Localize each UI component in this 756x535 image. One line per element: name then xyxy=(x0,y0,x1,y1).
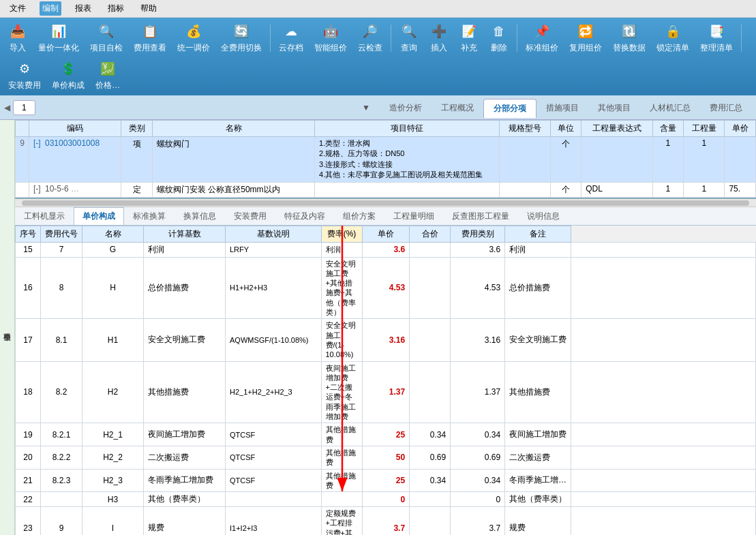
toolbar-lock-list[interactable]: 🔒 锁定清单 xyxy=(652,20,693,55)
sub-cell-total[interactable]: 0.69 xyxy=(451,446,505,469)
sub-cell-rate[interactable]: 1.37 xyxy=(362,361,410,423)
sub-cell-unit-price[interactable]: 0.34 xyxy=(410,423,451,446)
sub-cell-base[interactable]: I1+I2+I3 xyxy=(226,507,322,535)
row-name-sub[interactable]: 螺纹阀门安装 公称直径50mm以内 xyxy=(152,182,314,197)
btab-labor-machine[interactable]: 工料机显示 xyxy=(15,207,74,225)
sub-cell-type[interactable]: 安全文明施工费 xyxy=(505,319,571,361)
dropdown-arrow[interactable]: ▼ xyxy=(362,103,370,112)
sub-cell-base[interactable]: H1+H2+H3 xyxy=(226,257,322,319)
toolbar-supplement[interactable]: 📝 补充 xyxy=(455,20,483,55)
toolbar-insert[interactable]: ➕ 插入 xyxy=(425,20,453,55)
btab-qty-detail[interactable]: 工程量明细 xyxy=(384,207,443,225)
toolbar-cloud-check[interactable]: 🔎 云检查 xyxy=(354,20,387,55)
sub-cell-note[interactable] xyxy=(571,319,756,361)
toolbar-qty-price[interactable]: 📊 量价一体化 xyxy=(34,20,83,55)
sub-cell-base-desc[interactable]: 利润 xyxy=(321,242,362,257)
btab-description[interactable]: 说明信息 xyxy=(518,207,569,225)
sub-cell-unit-price[interactable] xyxy=(410,507,451,535)
menu-help[interactable]: 帮助 xyxy=(138,1,160,16)
sub-cell-rate[interactable]: 25 xyxy=(362,423,410,446)
row-features-9[interactable]: 1.类型：泄水阀 2.规格、压力等级：DN50 3.连接形式：螺纹连接 4.其他… xyxy=(315,137,500,183)
sub-cell-base-desc[interactable]: 夜间施工增加费+二次搬运费+冬雨季施工增加费 xyxy=(321,361,362,423)
tab-other-items[interactable]: 其他项目 xyxy=(588,99,640,118)
sub-cell-unit-price[interactable] xyxy=(410,361,451,423)
sub-cell-total[interactable]: 0.34 xyxy=(451,469,505,492)
btab-unit-price[interactable]: 单价构成 xyxy=(74,207,124,225)
sub-cell-type[interactable]: 总价措施费 xyxy=(505,257,571,319)
expand-9[interactable]: [-] xyxy=(33,138,41,148)
sub-cell-type[interactable]: 利润 xyxy=(505,242,571,257)
sub-cell-unit-price[interactable] xyxy=(410,319,451,361)
toolbar-query[interactable]: 🔍 查询 xyxy=(395,20,423,55)
sub-cell-type[interactable]: 冬雨季施工增… xyxy=(505,469,571,492)
sub-cell-total[interactable]: 1.37 xyxy=(451,361,505,423)
sub-cell-type[interactable]: 规费 xyxy=(505,507,571,535)
expand-arrow[interactable]: ◀ xyxy=(4,103,10,112)
sub-cell-rate[interactable]: 4.53 xyxy=(362,257,410,319)
sub-cell-base-desc[interactable]: 其他措施费 xyxy=(321,446,362,469)
tab-project-overview[interactable]: 工程概况 xyxy=(432,99,483,118)
btab-calc-info[interactable]: 换算信息 xyxy=(175,207,225,225)
toolbar-smart-price[interactable]: 🤖 智能组价 xyxy=(310,20,351,55)
sub-cell-type[interactable]: 夜间施工增加费 xyxy=(505,423,571,446)
sub-cell-unit-price[interactable] xyxy=(410,242,451,257)
toolbar-price-adjust[interactable]: 💰 统一调价 xyxy=(173,20,214,55)
toolbar-replace-data[interactable]: 🔃 替换数据 xyxy=(609,20,650,55)
btab-features[interactable]: 特征及内容 xyxy=(275,207,334,225)
toolbar-import[interactable]: 📥 导入 xyxy=(4,20,31,55)
hscroll-bar[interactable] xyxy=(15,199,756,207)
sub-cell-code[interactable]: H2_1 xyxy=(82,423,144,446)
sub-cell-code[interactable]: H1 xyxy=(82,319,144,361)
sub-cell-unit-price[interactable] xyxy=(410,492,451,507)
sub-cell-total[interactable]: 4.53 xyxy=(451,257,505,319)
sub-cell-name[interactable]: 利润 xyxy=(144,242,226,257)
sub-cell-code[interactable]: H2_2 xyxy=(82,446,144,469)
btab-price-scheme[interactable]: 组价方案 xyxy=(334,207,384,225)
menu-report[interactable]: 报表 xyxy=(72,1,94,16)
sub-cell-name[interactable]: 二次搬运费 xyxy=(144,446,226,469)
sub-cell-rate[interactable]: 25 xyxy=(362,469,410,492)
menu-edit[interactable]: 编制 xyxy=(40,1,61,16)
sub-cell-unit-price[interactable]: 0.34 xyxy=(410,469,451,492)
sub-cell-code[interactable]: I xyxy=(82,507,144,535)
sub-cell-code[interactable]: H2_3 xyxy=(82,469,144,492)
sub-cell-code[interactable]: H2 xyxy=(82,361,144,423)
sub-cell-base[interactable]: LRFY xyxy=(226,242,322,257)
row-spec-sub[interactable] xyxy=(499,182,550,197)
sub-cell-name[interactable]: 其他措施费 xyxy=(144,361,226,423)
sub-cell-name[interactable]: 冬雨季施工增加费 xyxy=(144,469,226,492)
row-expr-9[interactable] xyxy=(581,137,653,183)
btab-std-calc[interactable]: 标准换算 xyxy=(124,207,175,225)
sub-cell-note[interactable] xyxy=(571,507,756,535)
row-features-sub[interactable] xyxy=(315,182,500,197)
sub-cell-base[interactable]: H2_1+H2_2+H2_3 xyxy=(226,361,322,423)
sub-cell-note[interactable] xyxy=(571,446,756,469)
menu-file[interactable]: 文件 xyxy=(7,1,29,16)
sub-cell-note[interactable] xyxy=(571,492,756,507)
sub-cell-note[interactable] xyxy=(571,423,756,446)
tab-measures[interactable]: 措施项目 xyxy=(536,99,588,118)
sub-cell-unit-price[interactable]: 0.69 xyxy=(410,446,451,469)
row-spec-9[interactable] xyxy=(499,137,550,183)
toolbar-project-check[interactable]: 🔍 项目自检 xyxy=(86,20,127,55)
menu-index[interactable]: 指标 xyxy=(105,1,127,16)
toolbar-price-info[interactable]: 💹 价格… xyxy=(91,58,124,93)
tab-cost-analysis[interactable]: 造价分析 xyxy=(380,99,432,118)
toolbar-organize-list[interactable]: 📑 整理清单 xyxy=(696,20,737,55)
btab-install-fee[interactable]: 安装费用 xyxy=(225,207,275,225)
toolbar-delete[interactable]: 🗑 删除 xyxy=(485,20,513,55)
sub-cell-type[interactable]: 其他（费率类） xyxy=(505,492,571,507)
sub-cell-name[interactable]: 总价措施费 xyxy=(144,257,226,319)
doc-tab[interactable]: 1 xyxy=(13,100,35,115)
sub-cell-unit-price[interactable] xyxy=(410,257,451,319)
sub-cell-base-desc[interactable]: 定额规费+工程排污费+其他 xyxy=(321,507,362,535)
sub-cell-note[interactable] xyxy=(571,469,756,492)
sub-cell-base[interactable]: AQWMSGF/(1-10.08%) xyxy=(226,319,322,361)
toolbar-standard-price[interactable]: 📌 标准组价 xyxy=(521,20,562,55)
row-code-9[interactable]: [-] 031003001008 xyxy=(29,137,121,183)
sub-cell-note[interactable] xyxy=(571,242,756,257)
sub-cell-note[interactable] xyxy=(571,361,756,423)
sub-cell-code[interactable]: G xyxy=(82,242,144,257)
sub-cell-note[interactable] xyxy=(571,257,756,319)
sub-cell-base[interactable]: QTCSF xyxy=(226,469,322,492)
